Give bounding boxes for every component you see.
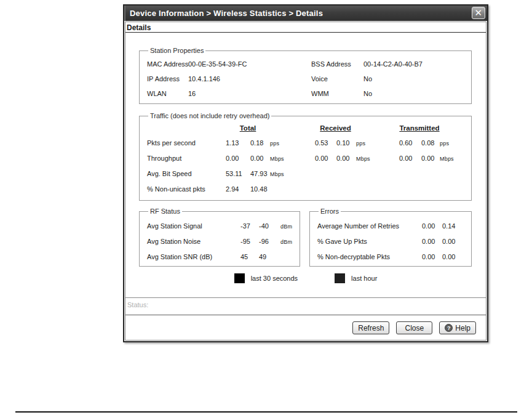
close-button[interactable]: ✕ bbox=[472, 7, 485, 19]
traffic-row: Avg. Bit Speed 53.11 47.93 Mbps bbox=[147, 170, 471, 185]
help-question-icon: ? bbox=[445, 324, 453, 332]
dialog-titlebar[interactable]: Device Information > Wireless Statistics… bbox=[124, 6, 487, 21]
traffic-row: % Non-unicast pkts 2.94 10.48 bbox=[147, 185, 471, 201]
legend-label: last hour bbox=[351, 275, 377, 282]
rf-value: -40 bbox=[259, 222, 280, 230]
legend-item-last-30-seconds: last 30 seconds bbox=[234, 273, 298, 283]
dialog-button-bar: Refresh Close ? Help bbox=[125, 316, 486, 340]
traffic-value: 0.18 bbox=[250, 139, 270, 147]
traffic-value: 0.10 bbox=[336, 139, 356, 147]
traffic-col-transmitted: Transmitted bbox=[399, 124, 440, 132]
close-dialog-button[interactable]: Close bbox=[396, 321, 432, 334]
traffic-group: Traffic (does not include retry overhead… bbox=[139, 112, 472, 201]
rf-value: 45 bbox=[240, 253, 259, 260]
traffic-value: 0.00 bbox=[399, 155, 421, 162]
errors-value: 0.00 bbox=[422, 238, 442, 245]
field-label: MAC Address bbox=[147, 60, 188, 68]
help-button[interactable]: ? Help bbox=[439, 321, 476, 334]
traffic-value: 0.00 bbox=[421, 155, 440, 162]
field-value: No bbox=[363, 90, 471, 97]
errors-row-label: % Gave Up Pkts bbox=[317, 238, 422, 245]
rf-row: Avg Station Noise -95 -96 dBm bbox=[147, 238, 300, 253]
field-label: WMM bbox=[311, 90, 363, 97]
traffic-unit: Mbps bbox=[440, 156, 471, 162]
traffic-unit: pps bbox=[440, 140, 471, 147]
traffic-unit: pps bbox=[270, 140, 315, 147]
traffic-row-label: % Non-unicast pkts bbox=[147, 185, 226, 193]
rf-row-label: Avg Station Signal bbox=[147, 222, 240, 230]
errors-value: 0.00 bbox=[422, 222, 442, 230]
traffic-unit: pps bbox=[356, 140, 399, 147]
errors-value: 0.00 bbox=[422, 253, 442, 260]
errors-legend: Errors bbox=[319, 208, 341, 215]
status-bar: Status: bbox=[125, 297, 486, 315]
time-legend: last 30 seconds last hour bbox=[125, 272, 486, 284]
traffic-value: 47.93 bbox=[250, 170, 270, 177]
errors-value: 0.00 bbox=[442, 253, 471, 260]
rf-status-group: RF Status Avg Station Signal -37 -40 dBm… bbox=[139, 208, 300, 267]
field-value: 16 bbox=[188, 90, 311, 97]
last-30-seconds-swatch bbox=[234, 273, 245, 283]
station-properties-legend: Station Properties bbox=[148, 47, 205, 54]
field-label: WLAN bbox=[147, 90, 188, 97]
field-label: BSS Address bbox=[311, 60, 363, 68]
traffic-unit: Mbps bbox=[356, 156, 399, 162]
wireless-statistics-details-dialog: Device Information > Wireless Statistics… bbox=[123, 4, 488, 342]
field-label: IP Address bbox=[147, 75, 188, 83]
close-button-label: Close bbox=[405, 324, 424, 332]
status-label: Status: bbox=[127, 301, 148, 308]
errors-row: % Gave Up Pkts 0.00 0.00 bbox=[317, 238, 471, 253]
traffic-row: Throughput 0.00 0.00 Mbps 0.00 0.00 Mbps… bbox=[147, 155, 471, 170]
field-value: 10.4.1.146 bbox=[188, 75, 311, 83]
traffic-value: 1.13 bbox=[226, 139, 250, 147]
traffic-unit: Mbps bbox=[270, 156, 315, 162]
traffic-value: 0.60 bbox=[399, 139, 421, 147]
traffic-unit: Mbps bbox=[270, 171, 315, 177]
close-icon: ✕ bbox=[475, 7, 483, 18]
rf-value: -37 bbox=[240, 222, 259, 230]
station-properties-group: Station Properties MAC Address 00-0E-35-… bbox=[139, 47, 472, 104]
rf-row: Avg Station Signal -37 -40 dBm bbox=[147, 222, 300, 238]
rf-unit: dBm bbox=[280, 239, 300, 245]
field-value: 00-0E-35-54-39-FC bbox=[188, 60, 311, 68]
traffic-value: 10.48 bbox=[250, 185, 270, 193]
dialog-title: Device Information > Wireless Statistics… bbox=[130, 9, 323, 18]
field-value: No bbox=[363, 75, 471, 83]
rf-status-legend: RF Status bbox=[148, 208, 182, 215]
traffic-row: Pkts per second 1.13 0.18 pps 0.53 0.10 … bbox=[147, 139, 471, 155]
rf-row: Avg Station SNR (dB) 45 49 bbox=[147, 253, 300, 268]
dialog-body: Details Station Properties MAC Address 0… bbox=[125, 22, 486, 340]
legend-label: last 30 seconds bbox=[251, 275, 298, 282]
errors-value: 0.14 bbox=[442, 222, 471, 230]
help-button-label: Help bbox=[455, 324, 470, 332]
traffic-value: 0.53 bbox=[315, 139, 336, 147]
errors-row: Average Number of Retries 0.00 0.14 bbox=[317, 222, 471, 238]
errors-value: 0.00 bbox=[442, 238, 471, 245]
rf-value: -95 bbox=[240, 238, 259, 245]
errors-group: Errors Average Number of Retries 0.00 0.… bbox=[309, 208, 472, 267]
traffic-value: 0.00 bbox=[250, 155, 270, 162]
refresh-button[interactable]: Refresh bbox=[352, 321, 389, 334]
traffic-value: 0.00 bbox=[315, 155, 336, 162]
traffic-col-total: Total bbox=[226, 124, 270, 132]
traffic-row-label: Avg. Bit Speed bbox=[147, 170, 226, 177]
traffic-value: 0.00 bbox=[336, 155, 356, 162]
errors-row: % Non-decryptable Pkts 0.00 0.00 bbox=[317, 253, 471, 268]
last-hour-swatch bbox=[335, 273, 345, 283]
traffic-value: 0.08 bbox=[421, 139, 440, 147]
rf-row-label: Avg Station Noise bbox=[147, 238, 240, 245]
rf-unit: dBm bbox=[280, 224, 300, 230]
traffic-legend: Traffic (does not include retry overhead… bbox=[148, 112, 271, 119]
field-label: Voice bbox=[311, 75, 363, 83]
errors-row-label: Average Number of Retries bbox=[317, 222, 422, 230]
traffic-value: 0.00 bbox=[226, 155, 250, 162]
traffic-row-label: Pkts per second bbox=[147, 139, 226, 147]
traffic-header-row: Total Received Transmitted bbox=[147, 124, 471, 139]
field-value: 00-14-C2-A0-40-B7 bbox=[363, 60, 471, 68]
traffic-row-label: Throughput bbox=[147, 155, 226, 162]
rf-value: -96 bbox=[259, 238, 280, 245]
rf-row-label: Avg Station SNR (dB) bbox=[147, 253, 240, 260]
legend-item-last-hour: last hour bbox=[335, 273, 377, 283]
page-bottom-rule bbox=[15, 411, 517, 413]
errors-row-label: % Non-decryptable Pkts bbox=[317, 253, 422, 260]
